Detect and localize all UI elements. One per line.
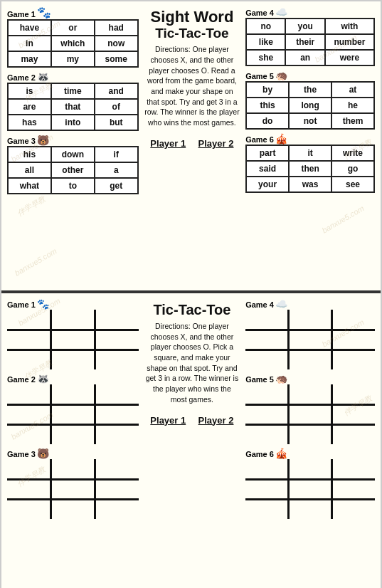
ttt-cell[interactable] — [331, 479, 375, 499]
ttt-cell[interactable] — [95, 404, 139, 424]
ttt-cell[interactable] — [331, 384, 375, 404]
ttt-cell[interactable] — [245, 384, 289, 404]
ttt-cell[interactable] — [331, 424, 375, 444]
word-cell: with — [325, 19, 374, 34]
ttt-cell[interactable] — [289, 479, 332, 499]
left-games-top: Game 1 🐾 have or had in which now — [7, 7, 139, 285]
title-line1: Sight Word — [150, 9, 233, 26]
word-cell: write — [331, 145, 374, 161]
bottom-game6-label: Game 6 — [245, 450, 274, 458]
bottom-game4-label: Game 4 — [245, 300, 274, 309]
ttt-cell[interactable] — [51, 310, 95, 330]
bottom-game2-char: 🦝 — [37, 374, 49, 384]
ttt-cell[interactable] — [95, 424, 139, 444]
ttt-cell[interactable] — [7, 459, 51, 479]
word-cell: not — [289, 113, 331, 129]
ttt-cell[interactable] — [51, 459, 95, 479]
ttt-cell[interactable] — [7, 479, 51, 499]
ttt-cell[interactable] — [7, 384, 51, 404]
word-cell: or — [51, 20, 95, 36]
ttt-cell[interactable] — [51, 499, 95, 519]
center-panel-top: Sight Word Tic-Tac-Toe Directions: One p… — [142, 7, 243, 285]
bottom-game5-board[interactable] — [245, 384, 375, 444]
word-cell: then — [289, 161, 331, 177]
bottom-left-games: Game 1 🐾 — [7, 299, 139, 584]
word-cell: said — [246, 161, 289, 177]
ttt-cell[interactable] — [245, 310, 289, 330]
game1-grid: have or had in which now may my some — [7, 19, 139, 68]
ttt-cell[interactable] — [95, 310, 139, 330]
game4-label: Game 4 — [245, 9, 274, 17]
ttt-cell[interactable] — [7, 499, 51, 519]
ttt-cell[interactable] — [51, 384, 95, 404]
bottom-game6-block: Game 6 🎪 — [245, 448, 375, 519]
ttt-cell[interactable] — [331, 499, 375, 519]
ttt-cell[interactable] — [51, 350, 95, 369]
ttt-cell[interactable] — [289, 424, 332, 444]
ttt-cell[interactable] — [289, 384, 332, 404]
word-cell: other — [51, 162, 95, 178]
table-row — [7, 384, 139, 404]
table-row: his down if — [8, 147, 138, 162]
ttt-cell[interactable] — [331, 310, 375, 330]
ttt-cell[interactable] — [245, 479, 289, 499]
ttt-cell[interactable] — [51, 330, 95, 350]
word-cell: all — [8, 162, 51, 178]
bottom-game4-board[interactable] — [245, 310, 375, 369]
word-cell: them — [331, 113, 374, 129]
ttt-cell[interactable] — [289, 459, 332, 479]
table-row: what to get — [8, 178, 138, 194]
word-cell: get — [95, 178, 138, 194]
ttt-cell[interactable] — [245, 404, 289, 424]
ttt-cell[interactable] — [289, 310, 332, 330]
ttt-cell[interactable] — [51, 479, 95, 499]
ttt-cell[interactable] — [95, 459, 139, 479]
ttt-cell[interactable] — [95, 330, 139, 350]
bottom-game3-board[interactable] — [7, 459, 139, 519]
ttt-cell[interactable] — [7, 310, 51, 330]
bottom-game6-board[interactable] — [245, 459, 375, 519]
ttt-cell[interactable] — [95, 479, 139, 499]
ttt-cell[interactable] — [245, 499, 289, 519]
ttt-cell[interactable] — [7, 424, 51, 444]
ttt-cell[interactable] — [7, 330, 51, 350]
bottom-game1-block: Game 1 🐾 — [7, 299, 139, 369]
ttt-cell[interactable] — [289, 350, 332, 369]
word-cell: into — [51, 115, 95, 130]
ttt-cell[interactable] — [95, 350, 139, 369]
ttt-cell[interactable] — [289, 404, 332, 424]
bottom-game2-board[interactable] — [7, 384, 139, 444]
ttt-cell[interactable] — [331, 404, 375, 424]
ttt-cell[interactable] — [245, 424, 289, 444]
word-cell: and — [95, 83, 138, 99]
bottom-game2-label: Game 2 — [7, 375, 36, 384]
word-cell: a — [95, 162, 138, 178]
ttt-cell[interactable] — [7, 404, 51, 424]
ttt-cell[interactable] — [331, 330, 375, 350]
word-cell: it — [289, 145, 331, 161]
table-row: are that of — [8, 99, 138, 115]
ttt-cell[interactable] — [245, 459, 289, 479]
ttt-cell[interactable] — [245, 350, 289, 369]
ttt-cell[interactable] — [95, 384, 139, 404]
ttt-cell[interactable] — [331, 459, 375, 479]
ttt-cell[interactable] — [51, 404, 95, 424]
word-cell: you — [285, 19, 324, 34]
bottom-game1-board[interactable] — [7, 310, 139, 369]
ttt-cell[interactable] — [289, 499, 332, 519]
ttt-cell[interactable] — [331, 350, 375, 369]
table-row — [245, 384, 375, 404]
ttt-cell[interactable] — [95, 499, 139, 519]
table-row — [245, 479, 375, 499]
ttt-cell[interactable] — [289, 330, 332, 350]
ttt-cell[interactable] — [51, 424, 95, 444]
right-games-top: Game 4 ☁️ no you with like their number — [245, 7, 375, 285]
word-cell: that — [51, 99, 95, 115]
table-row: part it write — [246, 145, 374, 161]
table-row — [7, 404, 139, 424]
word-cell: now — [95, 36, 138, 51]
ttt-cell[interactable] — [245, 330, 289, 350]
ttt-cell[interactable] — [7, 350, 51, 369]
bottom-game5-label: Game 5 — [245, 375, 274, 384]
player-labels: Player 1 Player 2 — [144, 138, 240, 149]
